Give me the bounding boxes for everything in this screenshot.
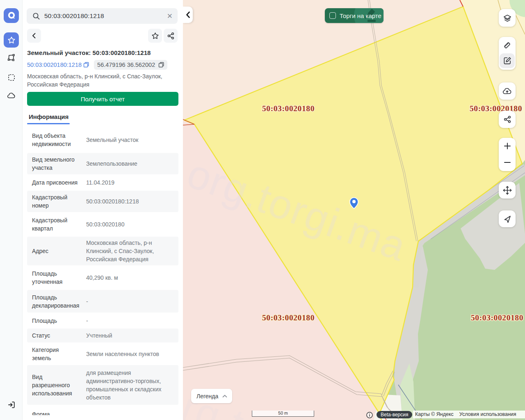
svg-text:50:03:0020180: 50:03:0020180 [262,313,315,322]
svg-text:50:03:0020180: 50:03:0020180 [471,313,523,322]
svg-text:50:03:0020180: 50:03:0020180 [470,104,522,113]
svg-text:50:03:0020180: 50:03:0020180 [262,104,315,113]
